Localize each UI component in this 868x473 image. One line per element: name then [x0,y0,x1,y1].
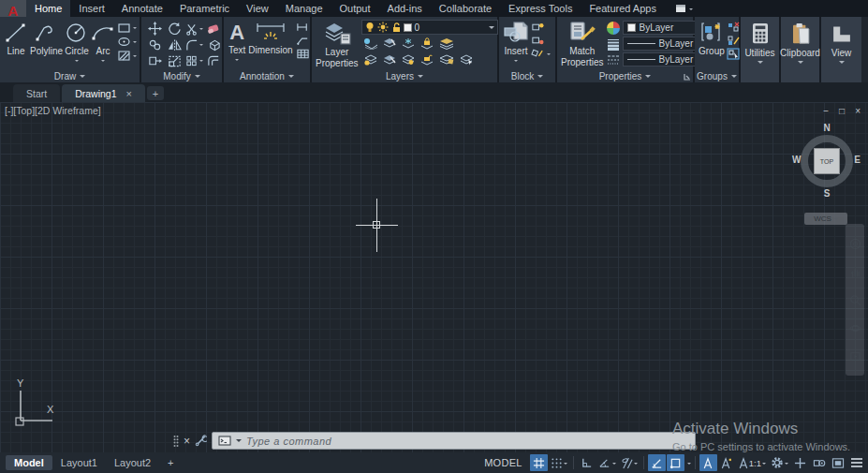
layer-on-tool[interactable] [363,53,378,66]
layer-off-tool[interactable] [363,37,378,50]
layer-freeze-tool[interactable] [401,37,416,50]
command-grip-icon[interactable] [173,435,179,448]
lineweight-icon[interactable] [607,37,620,51]
layer-unlock-tool[interactable] [419,53,434,66]
layout1-tab[interactable]: Layout1 [52,455,106,470]
close-icon[interactable]: × [184,435,190,448]
tab-collaborate[interactable]: Collaborate [431,0,500,17]
chevron-down-icon[interactable] [612,463,616,466]
linetype-icon[interactable] [607,53,620,67]
panel-footer-properties[interactable]: Properties [557,70,693,82]
command-prompt-icon[interactable] [218,436,231,446]
layer-dropdown[interactable]: 0 [361,20,498,35]
tab-add-ins[interactable]: Add-ins [379,0,431,17]
color-wheel-icon[interactable] [607,22,620,35]
array-tool[interactable] [185,54,203,67]
layer-lock-tool[interactable] [419,37,434,50]
customize-wrench-icon[interactable] [195,435,207,447]
viewcube-west[interactable]: W [792,155,801,165]
ungroup-tool[interactable] [727,22,740,33]
layer-properties-tool[interactable]: Layer Properties [316,17,359,68]
panel-utilities[interactable]: Utilities [741,17,781,82]
drawing-canvas[interactable]: [-][Top][2D Wireframe] − □ × N W E S TOP… [0,102,868,452]
define-attributes-tool[interactable] [531,35,551,46]
fillet-tool[interactable] [185,38,203,52]
layout2-tab[interactable]: Layout2 [106,455,159,470]
layer-unisolate-tool[interactable] [382,53,397,66]
viewcube-top-face[interactable]: TOP [814,148,840,174]
viewcube-east[interactable]: E [854,155,861,165]
tab-featured-apps[interactable]: Featured Apps [581,0,665,17]
circle-tool[interactable]: Circle [65,17,89,64]
panel-footer-annotation[interactable]: Annotation [224,70,310,82]
viewcube-south[interactable]: S [791,188,862,199]
move-tool[interactable] [148,22,162,36]
workspace-switching-control[interactable] [769,454,790,471]
viewcube-north[interactable]: N [791,123,862,133]
pan-button[interactable] [849,266,861,278]
explode-tool[interactable] [207,38,221,52]
chevron-down-icon[interactable] [785,463,788,466]
polar-tracking-toggle[interactable] [596,454,618,471]
viewcube[interactable]: N W E S TOP WCS [791,123,862,231]
customization-button[interactable] [847,454,865,471]
tab-insert[interactable]: Insert [70,0,113,17]
wcs-menu[interactable]: WCS [804,213,847,225]
chevron-down-icon[interactable] [634,463,638,466]
layer-isolate-tool[interactable] [382,37,397,50]
scale-tool[interactable] [168,54,182,67]
polyline-tool[interactable]: Polyline [30,17,63,64]
new-drawing-button[interactable]: + [147,86,164,100]
group-edit-tool[interactable] [727,35,740,46]
annotation-monitor-button[interactable] [791,454,809,471]
orbit-button[interactable] [849,322,861,334]
layer-walk-tool[interactable] [459,53,474,66]
annotation-scale-control[interactable]: 1:1 [737,454,768,471]
object-snap-tracking-toggle[interactable] [648,454,666,471]
tab-view[interactable]: View [238,0,277,17]
panel-footer-groups[interactable]: Groups [695,70,739,82]
command-input[interactable]: Type a command [212,432,696,450]
chevron-down-icon[interactable] [564,463,567,466]
tab-annotate[interactable]: Annotate [113,0,171,17]
offset-tool[interactable] [207,54,221,67]
layer-make-current-tool[interactable] [438,37,455,50]
grid-display-toggle[interactable] [530,454,548,471]
isometric-drafting-toggle[interactable] [619,454,640,471]
insert-tool[interactable]: Insert [503,17,529,64]
rotate-tool[interactable] [168,22,182,36]
stretch-tool[interactable] [148,54,162,67]
panel-footer-block[interactable]: Block [499,70,555,82]
annotation-autoscale-toggle[interactable] [718,454,736,471]
create-block-tool[interactable] [531,22,551,33]
copy-tool[interactable] [148,38,162,52]
layer-thaw-tool[interactable] [401,53,416,66]
model-tab[interactable]: Model [6,455,52,470]
tab-express-tools[interactable]: Express Tools [500,0,581,17]
chevron-down-icon[interactable] [762,463,766,466]
file-tab-start[interactable]: Start [13,84,60,102]
panel-view[interactable]: View [821,17,861,82]
hatch-tool[interactable] [117,50,137,62]
match-properties-tool[interactable]: Match Properties [561,17,604,67]
mirror-tool[interactable] [168,38,182,52]
ortho-mode-toggle[interactable] [578,454,596,471]
text-tool[interactable]: A Text [228,17,245,63]
line-tool[interactable]: Line [4,17,28,64]
annotation-visibility-toggle[interactable] [699,454,717,471]
clean-screen-button[interactable] [829,454,846,471]
chevron-down-icon[interactable] [687,463,691,466]
space-indicator[interactable]: MODEL [484,457,522,468]
ribbon-collapse-button[interactable] [670,0,698,17]
rectangle-tool[interactable] [117,22,137,34]
restore-icon[interactable]: □ [839,106,845,116]
trim-tool[interactable] [185,22,203,36]
group-tool[interactable]: Group [699,17,725,60]
zoom-extents-button[interactable] [849,294,861,306]
viewport-controls-label[interactable]: [-][Top][2D Wireframe] [5,105,101,116]
file-tab-drawing1[interactable]: Drawing1 × [62,84,145,102]
showmotion-button[interactable] [849,350,861,362]
edit-attributes-tool[interactable] [531,48,551,59]
panel-footer-layers[interactable]: Layers [312,70,497,82]
new-layout-button[interactable]: + [159,455,182,470]
